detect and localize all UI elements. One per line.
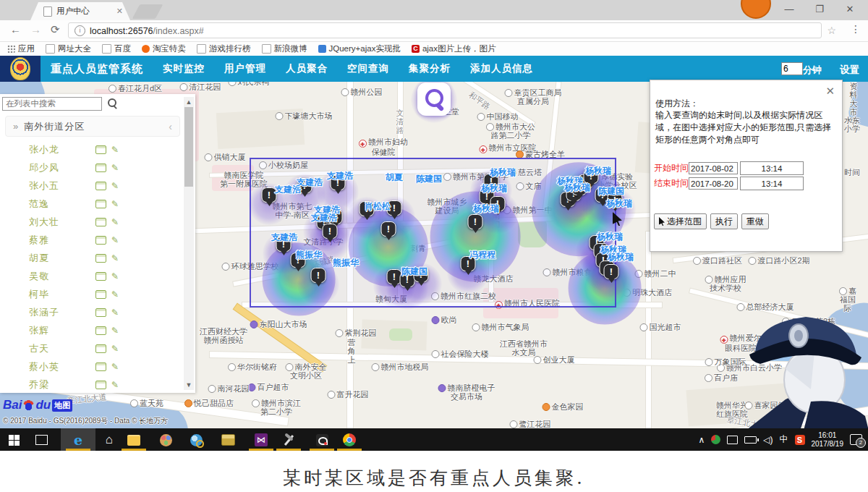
- detail-card-icon[interactable]: [95, 362, 106, 371]
- network-tray-icon[interactable]: [727, 436, 738, 444]
- taskbar-explorer-icon[interactable]: [126, 432, 142, 448]
- notification-center-icon[interactable]: 2: [850, 434, 862, 445]
- forward-button[interactable]: →: [30, 23, 41, 35]
- clock[interactable]: 16:012017/8/19: [812, 431, 844, 449]
- detail-card-icon[interactable]: [95, 381, 106, 389]
- detail-card-icon[interactable]: [95, 308, 106, 317]
- edit-pencil-icon[interactable]: ✎: [111, 181, 119, 191]
- interval-input[interactable]: [781, 62, 803, 75]
- person-list-item[interactable]: 吴敬✎: [0, 267, 182, 285]
- person-list-item[interactable]: 张辉✎: [0, 321, 182, 339]
- taskbar-home-icon[interactable]: ⌂: [101, 432, 117, 448]
- nav-item-5[interactable]: 添加人员信息: [470, 62, 533, 75]
- detail-card-icon[interactable]: [95, 344, 106, 353]
- bookmark-item[interactable]: Cajax图片上传，图片: [412, 43, 496, 54]
- edit-pencil-icon[interactable]: ✎: [111, 163, 119, 173]
- ime-indicator[interactable]: 中: [780, 433, 788, 446]
- battery-tray-icon[interactable]: [744, 436, 757, 444]
- nav-item-0[interactable]: 实时监控: [163, 62, 205, 75]
- person-map-label[interactable]: 杨秋瑞: [473, 203, 499, 215]
- end-date-input[interactable]: [689, 177, 738, 190]
- edit-pencil-icon[interactable]: ✎: [111, 217, 119, 227]
- person-map-label[interactable]: 支建浩: [311, 212, 337, 224]
- bookmark-item[interactable]: 淘宝特卖: [142, 43, 186, 54]
- person-map-label[interactable]: 杨秋瑞: [585, 165, 611, 177]
- edit-pencil-icon[interactable]: ✎: [111, 344, 119, 354]
- person-list-item[interactable]: 蔡雅✎: [0, 231, 182, 249]
- redo-button[interactable]: 重做: [741, 213, 769, 229]
- detail-card-icon[interactable]: [95, 145, 106, 154]
- scroll-up-icon[interactable]: ▲: [184, 98, 194, 106]
- person-list-item[interactable]: 邱少风✎: [0, 158, 182, 177]
- detail-card-icon[interactable]: [95, 236, 106, 245]
- bookmark-item[interactable]: 网址大全: [46, 43, 91, 54]
- scrollbar-thumb[interactable]: [184, 107, 193, 187]
- detail-card-icon[interactable]: [95, 326, 106, 335]
- person-map-label[interactable]: 陈建国: [598, 185, 624, 198]
- window-close-button[interactable]: ✕: [838, 0, 862, 19]
- detail-card-icon[interactable]: [95, 182, 106, 190]
- bookmark-star-icon[interactable]: ☆: [827, 25, 836, 36]
- edit-pencil-icon[interactable]: ✎: [111, 289, 119, 300]
- map-search-tool[interactable]: [417, 82, 451, 116]
- window-maximize-button[interactable]: ❐: [807, 0, 832, 19]
- antivirus-tray-icon[interactable]: [711, 435, 720, 444]
- panel-close-icon[interactable]: ✕: [825, 85, 835, 98]
- bookmark-item[interactable]: 游戏排行榜: [197, 43, 251, 54]
- taskbar-paint-icon[interactable]: [158, 432, 174, 448]
- edit-pencil-icon[interactable]: ✎: [111, 326, 119, 336]
- collapse-icon[interactable]: ‹: [169, 121, 172, 132]
- select-range-button[interactable]: 选择范围: [654, 213, 707, 229]
- taskbar-visual-studio-icon[interactable]: ⋈: [253, 432, 269, 448]
- detail-card-icon[interactable]: [95, 290, 106, 299]
- settings-button[interactable]: 设置: [840, 64, 859, 77]
- detail-card-icon[interactable]: [95, 200, 106, 208]
- page-info-icon[interactable]: i: [75, 25, 85, 36]
- tab-close-icon[interactable]: ✕: [116, 7, 123, 16]
- person-list-item[interactable]: 乔梁✎: [0, 376, 182, 394]
- person-map-label[interactable]: 杨秋瑞: [564, 182, 590, 194]
- bookmark-item[interactable]: 新浪微博: [262, 43, 307, 54]
- person-map-label[interactable]: 杨秋瑞: [481, 182, 507, 195]
- alert-pin-icon[interactable]: !: [311, 268, 326, 290]
- address-bar[interactable]: i localhost:26576/index.aspx#: [68, 22, 822, 38]
- edit-pencil-icon[interactable]: ✎: [111, 235, 119, 245]
- taskbar-start-icon[interactable]: [6, 432, 22, 448]
- refresh-button[interactable]: ⟳: [51, 23, 60, 36]
- alert-pin-icon[interactable]: !: [381, 221, 396, 244]
- app-title[interactable]: 重点人员监管系统: [51, 62, 143, 76]
- bookmark-item[interactable]: JQuery+ajax实现批: [318, 43, 401, 54]
- taskbar-chrome-icon[interactable]: [341, 432, 357, 448]
- person-map-label[interactable]: 支建浩: [271, 232, 297, 244]
- person-map-label[interactable]: 杨秋瑞: [490, 166, 516, 179]
- edit-pencil-icon[interactable]: ✎: [111, 253, 119, 263]
- person-list-item[interactable]: 刘大壮✎: [0, 213, 182, 231]
- person-list-item[interactable]: 柯毕✎: [0, 285, 182, 303]
- edit-pencil-icon[interactable]: ✎: [111, 199, 119, 209]
- person-map-label[interactable]: 陈建国: [416, 173, 442, 185]
- taskbar-notepad-icon[interactable]: [314, 432, 330, 448]
- sidebar-scrollbar[interactable]: ▲ ▼: [184, 97, 194, 390]
- person-list-item[interactable]: 张小龙✎: [0, 140, 182, 158]
- start-date-input[interactable]: [689, 162, 738, 174]
- taskbar-search-globe-icon[interactable]: [188, 432, 204, 448]
- end-time-input[interactable]: [740, 177, 804, 190]
- taskbar-edge-icon[interactable]: e: [70, 432, 86, 448]
- tray-chevron-icon[interactable]: ∧: [698, 435, 705, 445]
- search-icon[interactable]: [106, 97, 119, 110]
- person-map-label[interactable]: 杨秋瑞: [606, 198, 632, 210]
- edit-pencil-icon[interactable]: ✎: [111, 380, 119, 390]
- alert-pin-icon[interactable]: !: [468, 214, 483, 237]
- nav-item-1[interactable]: 用户管理: [224, 62, 266, 75]
- start-time-input[interactable]: [740, 161, 804, 175]
- search-input[interactable]: [2, 97, 102, 111]
- browser-menu-icon[interactable]: ⋮: [851, 23, 861, 35]
- person-list-item[interactable]: 张小五✎: [0, 177, 182, 195]
- person-map-label[interactable]: 熊振华: [296, 249, 322, 261]
- detail-card-icon[interactable]: [95, 164, 106, 172]
- nav-item-2[interactable]: 人员聚合: [286, 62, 328, 75]
- bookmark-item[interactable]: 百度: [102, 43, 131, 54]
- nav-item-4[interactable]: 集聚分析: [409, 62, 451, 75]
- taskbar-task-view-icon[interactable]: [33, 432, 49, 448]
- alert-pin-icon[interactable]: !: [323, 224, 338, 246]
